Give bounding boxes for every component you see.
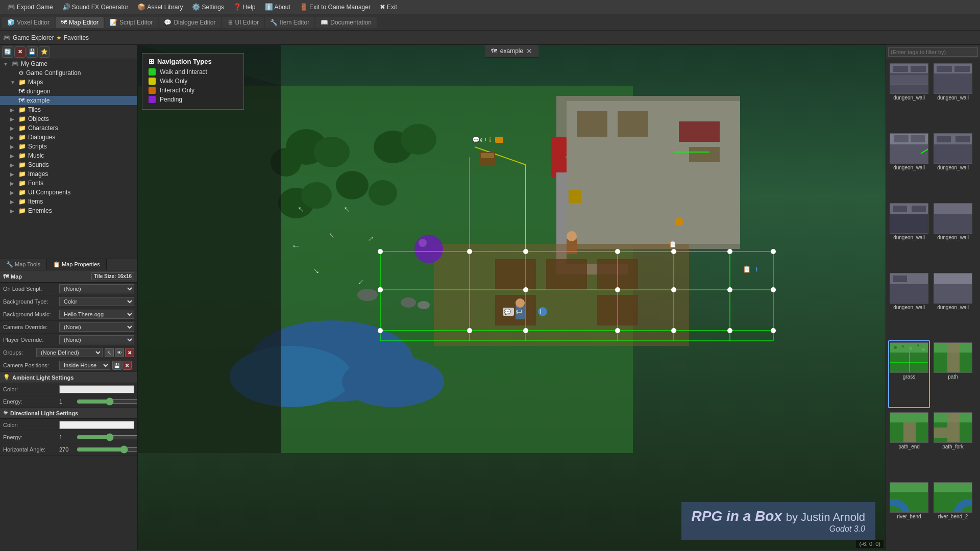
tab-map-editor[interactable]: 🗺 Map Editor [56, 17, 104, 28]
example-icon: 🗺 [18, 97, 24, 104]
groups-eye-btn[interactable]: 👁 [115, 348, 124, 357]
dir-color-swatch[interactable] [59, 421, 134, 429]
svg-marker-159 [934, 428, 947, 438]
legend-interact-only: Interact Only [149, 87, 237, 94]
tab-script-editor[interactable]: 📝 Script Editor [105, 17, 158, 28]
tile-item-dungeon-wall-1[interactable]: dungeon_wall [888, 61, 930, 129]
svg-point-5 [401, 124, 436, 155]
player-override-select[interactable]: (None) [59, 335, 134, 344]
tile-item-dungeon-wall-5[interactable]: dungeon_wall [888, 201, 930, 269]
svg-rect-120 [955, 136, 970, 142]
watermark: RPG in a Box by Justin Arnold Godot 3.0 [681, 502, 875, 540]
file-tree-panel: 🔄 ✖ 💾 ⭐ ▼ 🎮 My Game ⚙ Game Configuration… [0, 45, 137, 259]
toolbar-remove-btn[interactable]: ✖ [14, 46, 26, 58]
dir-angle-slider[interactable] [77, 446, 137, 453]
svg-rect-17 [551, 137, 567, 157]
on-load-script-select[interactable]: (None) [59, 284, 134, 293]
directional-light-header[interactable]: ☀ Directional Light Settings [0, 408, 137, 419]
viewport-close-btn[interactable]: ✕ [526, 47, 532, 55]
tab-map-tools[interactable]: 🔧 Map Tools [0, 259, 47, 270]
tile-item-path[interactable]: path [932, 340, 974, 408]
menu-sound-fx[interactable]: 🔊 Sound FX Generator [58, 2, 133, 12]
tile-item-dungeon-wall-2[interactable]: dungeon_wall [932, 61, 974, 129]
tree-item-game-config[interactable]: ⚙ Game Configuration [0, 68, 137, 78]
tile-thumb-dungeon-wall-6 [934, 203, 972, 234]
menu-asset-library[interactable]: 📦 Asset Library [133, 2, 187, 12]
map-canvas[interactable]: ↑ ↑ ← ↑ ↑ ↓ ↓ [138, 45, 886, 550]
menu-help[interactable]: ❓ Help [229, 2, 260, 12]
tree-item-dialogues[interactable]: ▶ 📁 Dialogues [0, 133, 137, 142]
tree-root[interactable]: ▼ 🎮 My Game [0, 59, 137, 68]
ui-icon: 🖥 [227, 19, 233, 26]
tree-item-dungeon[interactable]: 🗺 dungeon [0, 87, 137, 96]
groups-cursor-btn[interactable]: ↖ [105, 348, 114, 357]
toolbar-save-btn[interactable]: 💾 [27, 46, 38, 58]
tab-ui-editor[interactable]: 🖥 UI Editor [222, 17, 264, 28]
tree-item-characters[interactable]: ▶ 📁 Characters [0, 123, 137, 133]
tree-item-ui-components[interactable]: ▶ 📁 UI Components [0, 188, 137, 197]
tab-item-editor[interactable]: 🔧 Item Editor [265, 17, 314, 28]
objects-folder-icon: 📁 [18, 115, 26, 122]
tile-item-path-end[interactable]: path_end [888, 410, 930, 478]
camera-positions-select[interactable]: Inside House [59, 361, 110, 370]
menu-export-game[interactable]: 🎮 Export Game [3, 2, 57, 12]
ambient-color-swatch[interactable] [59, 385, 134, 393]
ambient-energy-slider[interactable] [77, 398, 137, 405]
tree-item-enemies[interactable]: ▶ 📁 Enemies [0, 206, 137, 215]
background-music-select[interactable]: Hello There.ogg [59, 310, 134, 319]
path-svg [934, 342, 972, 373]
camera-override-select[interactable]: (None) [59, 322, 134, 332]
svg-rect-109 [954, 66, 970, 72]
tile-thumb-dungeon-wall-1 [890, 63, 928, 94]
groups-remove-btn[interactable]: ✖ [125, 348, 134, 357]
tile-item-river-bend[interactable]: river_bend [888, 480, 930, 548]
tree-item-sounds[interactable]: ▶ 📁 Sounds [0, 160, 137, 169]
dungeon-icon: 🗺 [18, 88, 24, 95]
menu-exit-manager[interactable]: 🚪 Exit to Game Manager [296, 2, 375, 12]
tab-map-properties[interactable]: 📋 Map Properties [47, 259, 107, 270]
svg-point-70 [771, 287, 776, 292]
svg-rect-113 [894, 135, 909, 142]
tree-item-tiles[interactable]: ▶ 📁 Tiles [0, 105, 137, 114]
viewport-tab-item[interactable]: 🗺 example ✕ [485, 45, 538, 57]
legend-walk-only: Walk Only [149, 78, 237, 85]
tab-documentation[interactable]: 📖 Documentation [315, 17, 377, 28]
tab-voxel-editor[interactable]: 🧊 Voxel Editor [2, 17, 55, 28]
camera-remove-btn[interactable]: ✖ [122, 361, 132, 370]
tile-item-dungeon-wall-7[interactable]: dungeon_wall [888, 271, 930, 339]
toolbar-favorite-btn[interactable]: ⭐ [39, 46, 50, 58]
camera-save-btn[interactable]: 💾 [112, 361, 121, 370]
tree-item-items[interactable]: ▶ 📁 Items [0, 197, 137, 206]
tile-item-dungeon-wall-8[interactable]: dungeon_wall [932, 271, 974, 339]
svg-marker-115 [890, 144, 928, 164]
tile-thumb-dungeon-wall-4 [934, 133, 972, 164]
tree-item-scripts[interactable]: ▶ 📁 Scripts [0, 142, 137, 151]
menu-settings[interactable]: ⚙️ Settings [188, 2, 228, 12]
tile-item-grass[interactable]: grass [888, 340, 930, 408]
tree-item-example[interactable]: 🗺 example [0, 96, 137, 105]
menu-about[interactable]: ℹ️ About [261, 2, 295, 12]
tile-item-river-bend-2[interactable]: river_bend_2 [932, 480, 974, 548]
tree-item-fonts[interactable]: ▶ 📁 Fonts [0, 179, 137, 188]
tile-item-dungeon-wall-6[interactable]: dungeon_wall [932, 201, 974, 269]
background-type-select[interactable]: Color [59, 297, 134, 306]
ambient-energy-row: Energy: 1 [0, 395, 137, 408]
tile-item-path-fork[interactable]: path_fork [932, 410, 974, 478]
dir-energy-row: Energy: 1 [0, 431, 137, 443]
svg-rect-92 [481, 153, 494, 158]
player-override-row: Player Override: (None) [0, 334, 137, 346]
menu-exit[interactable]: ✖ Exit [376, 2, 401, 12]
tree-item-images[interactable]: ▶ 📁 Images [0, 169, 137, 179]
tile-search-input[interactable] [888, 47, 978, 57]
map-icon: 🗺 [61, 19, 67, 26]
tree-item-maps[interactable]: ▼ 📁 Maps [0, 78, 137, 87]
tab-dialogue-editor[interactable]: 💬 Dialogue Editor [159, 17, 220, 28]
groups-select[interactable]: (None Defined) [36, 348, 103, 357]
dir-energy-slider[interactable] [77, 434, 137, 440]
toolbar-refresh-btn[interactable]: 🔄 [2, 46, 13, 58]
tree-item-objects[interactable]: ▶ 📁 Objects [0, 114, 137, 123]
tile-item-dungeon-wall-4[interactable]: dungeon_wall [932, 131, 974, 199]
background-music-row: Background Music: Hello There.ogg [0, 308, 137, 321]
tree-item-music[interactable]: ▶ 📁 Music [0, 151, 137, 160]
tile-item-dungeon-wall-3[interactable]: dungeon_wall [888, 131, 930, 199]
